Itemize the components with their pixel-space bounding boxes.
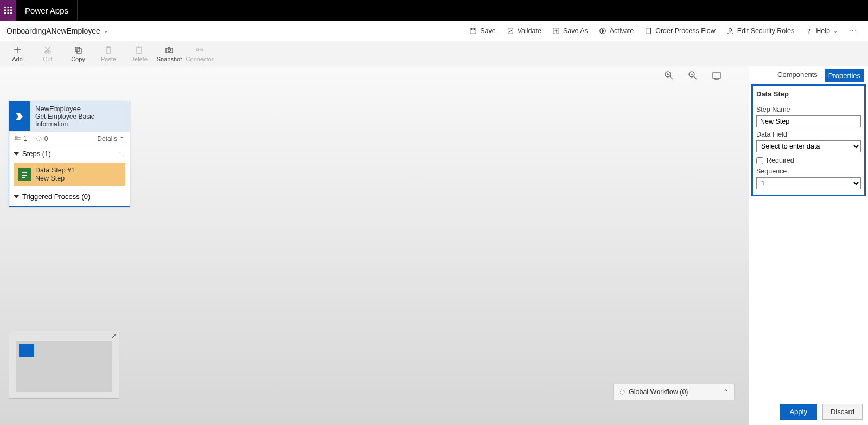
stage-header[interactable]: NewEmployee Get Employee Basic Informati…: [9, 101, 130, 131]
svg-rect-4: [7, 10, 9, 11]
sequence-select[interactable]: 1: [756, 177, 861, 189]
svg-rect-6: [4, 12, 6, 14]
step-title: Data Step #1: [35, 166, 75, 175]
stage-chevron-icon: [9, 101, 30, 131]
chevron-down-icon: ⌄: [104, 28, 108, 34]
tab-components[interactable]: Components: [775, 69, 820, 82]
flow-name-dropdown[interactable]: OnboardingANewEmployee ⌄: [4, 27, 108, 35]
svg-rect-35: [22, 177, 25, 178]
data-field-label: Data Field: [756, 131, 861, 138]
discard-button[interactable]: Discard: [822, 404, 863, 420]
save-as-button[interactable]: Save As: [547, 25, 593, 37]
canvas-zoom-tools: [664, 70, 722, 80]
svg-rect-5: [10, 10, 12, 11]
copy-button[interactable]: Copy: [63, 45, 93, 62]
apply-button[interactable]: Apply: [780, 404, 817, 420]
step-reorder-arrows[interactable]: ↑↓: [118, 150, 124, 158]
right-panel: Components Properties Data Step Step Nam…: [749, 66, 868, 425]
svg-rect-8: [10, 12, 12, 14]
activate-button[interactable]: Activate: [593, 25, 639, 37]
svg-point-16: [809, 32, 809, 33]
svg-point-32: [37, 137, 41, 141]
svg-rect-7: [7, 12, 9, 14]
canvas[interactable]: NewEmployee Get Employee Basic Informati…: [0, 66, 868, 425]
minimap-expand-icon[interactable]: ⤢: [111, 332, 117, 340]
svg-rect-3: [4, 10, 6, 11]
svg-point-15: [729, 28, 731, 31]
svg-rect-30: [15, 137, 17, 138]
data-field-select[interactable]: Select to enter data: [756, 140, 861, 152]
svg-rect-29: [713, 73, 720, 78]
svg-rect-31: [15, 139, 17, 140]
paste-button[interactable]: Paste: [93, 45, 124, 62]
step-subtitle: New Step: [35, 175, 75, 183]
triggered-process-section[interactable]: Triggered Process (0): [9, 188, 130, 206]
svg-rect-33: [22, 172, 27, 173]
steps-section-header[interactable]: Steps (1) ↑↓: [9, 146, 130, 161]
chevron-down-icon: ⌄: [833, 28, 838, 34]
more-commands-button[interactable]: ⋯: [843, 25, 864, 36]
command-bar: OnboardingANewEmployee ⌄ Save Validate S…: [0, 21, 868, 41]
app-title: Power Apps: [16, 0, 78, 21]
delete-button[interactable]: Delete: [124, 45, 154, 62]
titlebar: Power Apps: [0, 0, 868, 21]
global-workflow-bar[interactable]: Global Workflow (0) ⌃: [613, 384, 735, 400]
flow-name-label: OnboardingANewEmployee: [7, 27, 100, 35]
stage-card[interactable]: NewEmployee Get Employee Basic Informati…: [9, 101, 130, 207]
app-launcher-icon[interactable]: [0, 0, 16, 21]
stage-subtitle: Get Employee Basic Information: [35, 113, 124, 128]
svg-rect-11: [508, 28, 513, 34]
add-button[interactable]: Add: [2, 45, 33, 62]
svg-rect-9: [470, 28, 476, 34]
required-checkbox-row[interactable]: Required: [756, 157, 861, 164]
panel-tabs: Components Properties: [749, 66, 868, 84]
stage-title: NewEmployee: [35, 105, 124, 113]
expand-triangle-icon: [14, 195, 19, 198]
step-name-label: Step Name: [756, 106, 861, 113]
svg-rect-14: [646, 28, 651, 34]
data-step-item[interactable]: Data Step #1 New Step: [14, 163, 125, 186]
help-button[interactable]: Help⌄: [800, 25, 843, 37]
stage-title-box: NewEmployee Get Employee Basic Informati…: [30, 101, 130, 131]
stage-step-count: 1: [15, 135, 27, 143]
stage-details-toggle[interactable]: Details ⌃: [97, 135, 124, 143]
order-process-flow-button[interactable]: Order Process Flow: [639, 25, 720, 37]
chevron-up-icon: ⌃: [119, 136, 124, 143]
svg-rect-34: [22, 175, 27, 176]
svg-rect-1: [7, 7, 9, 8]
step-name-input[interactable]: [756, 115, 861, 127]
svg-point-26: [201, 49, 203, 51]
tab-properties[interactable]: Properties: [825, 69, 864, 82]
svg-rect-19: [75, 47, 80, 51]
data-step-icon: [18, 168, 31, 181]
properties-panel-body: Data Step Step Name Data Field Select to…: [751, 84, 866, 196]
edit-security-roles-button[interactable]: Edit Security Roles: [721, 25, 800, 37]
chevron-up-icon[interactable]: ⌃: [723, 388, 729, 396]
svg-rect-10: [472, 28, 475, 30]
svg-point-36: [620, 390, 624, 394]
workflow-icon: [619, 389, 626, 395]
validate-button[interactable]: Validate: [501, 25, 547, 37]
required-checkbox[interactable]: [756, 157, 763, 164]
panel-footer: Apply Discard: [749, 398, 868, 425]
svg-rect-20: [77, 49, 81, 53]
svg-rect-2: [10, 7, 12, 8]
fit-screen-icon[interactable]: [712, 70, 722, 80]
panel-section-title: Data Step: [756, 88, 861, 102]
zoom-out-icon[interactable]: [688, 70, 698, 80]
stage-process-count: 0: [36, 135, 48, 143]
minimap[interactable]: ⤢: [9, 331, 119, 399]
stage-meta-row: 1 0 Details ⌃: [9, 131, 130, 146]
save-button[interactable]: Save: [464, 25, 501, 37]
sequence-label: Sequence: [756, 168, 861, 175]
svg-point-25: [196, 49, 199, 51]
expand-triangle-icon: [14, 152, 19, 156]
snapshot-button[interactable]: Snapshot: [154, 45, 184, 62]
svg-point-24: [168, 49, 171, 51]
connector-button[interactable]: Connector: [184, 45, 215, 62]
cut-button[interactable]: Cut: [33, 45, 63, 62]
svg-rect-0: [4, 7, 6, 8]
svg-rect-21: [106, 47, 111, 53]
minimap-stage-icon: [19, 344, 34, 357]
zoom-in-icon[interactable]: [664, 70, 674, 80]
